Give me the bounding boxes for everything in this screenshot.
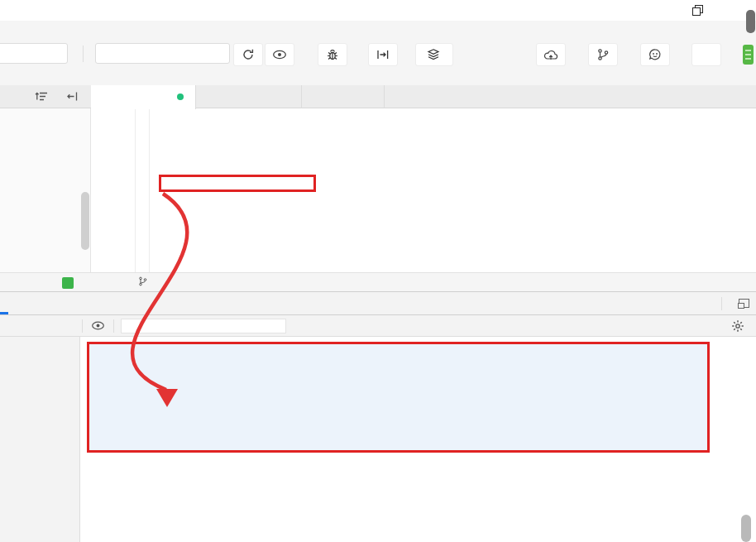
chat-icon [648, 48, 662, 61]
close-icon[interactable] [723, 0, 748, 20]
eye-icon [272, 49, 287, 60]
file-tree-sidebar [0, 108, 91, 272]
layers-icon [427, 48, 440, 61]
version-control-button[interactable] [583, 43, 623, 69]
to-background-button[interactable] [368, 43, 398, 69]
devtools-panel [0, 291, 756, 542]
editor-tab-bar [0, 85, 756, 108]
bug-icon [326, 48, 339, 61]
git-branch-icon [138, 276, 147, 286]
title-bar [0, 0, 756, 21]
git-modified-badge [62, 277, 74, 289]
eye-icon[interactable] [91, 320, 105, 331]
restore-icon[interactable] [685, 0, 710, 20]
collapse-sidebar-icon[interactable] [66, 91, 79, 102]
tab-app-json[interactable] [302, 85, 385, 108]
console-sidebar [0, 337, 80, 542]
minimize-icon[interactable] [645, 0, 670, 20]
sort-icon[interactable] [35, 91, 48, 102]
to-background-icon [376, 49, 390, 60]
cloud-upload-icon [543, 49, 558, 61]
refresh-icon [242, 48, 255, 61]
gear-icon[interactable] [731, 319, 744, 333]
device-dropdown[interactable] [0, 43, 68, 64]
toolbar-divider [83, 46, 84, 62]
modified-dot-icon [177, 94, 184, 100]
annotation-box-console [87, 342, 710, 453]
console-output [80, 337, 756, 542]
console-scrollbar-thumb[interactable] [741, 515, 751, 542]
community-button[interactable] [640, 43, 670, 69]
tab-login-js[interactable] [91, 85, 196, 109]
main-toolbar [0, 21, 756, 86]
compile-mode-dropdown[interactable] [95, 43, 230, 64]
dock-side-icon[interactable] [739, 299, 749, 308]
remote-debug-button[interactable] [313, 43, 352, 69]
connection-indicator [743, 45, 754, 65]
code-editor[interactable] [91, 108, 756, 272]
console-filter-input[interactable] [121, 319, 286, 333]
git-branch-icon [596, 48, 610, 61]
file-tree-scrollbar-thumb[interactable] [81, 192, 89, 250]
upload-button[interactable] [536, 43, 566, 69]
tab-console-partial-indicator[interactable] [0, 312, 8, 314]
details-button[interactable] [691, 43, 721, 69]
compile-button[interactable] [233, 43, 263, 69]
console-toolbar [0, 315, 756, 337]
clear-cache-button[interactable] [415, 43, 453, 69]
tab-devicecenter-js[interactable] [196, 85, 302, 108]
window-scrollbar-thumb[interactable] [746, 10, 755, 33]
devtools-window [0, 0, 756, 542]
git-branch-indicator[interactable] [138, 276, 150, 286]
preview-button[interactable] [265, 43, 294, 69]
devtools-tab-bar [0, 292, 756, 315]
editor-status-bar [0, 272, 756, 291]
divider [721, 297, 722, 310]
